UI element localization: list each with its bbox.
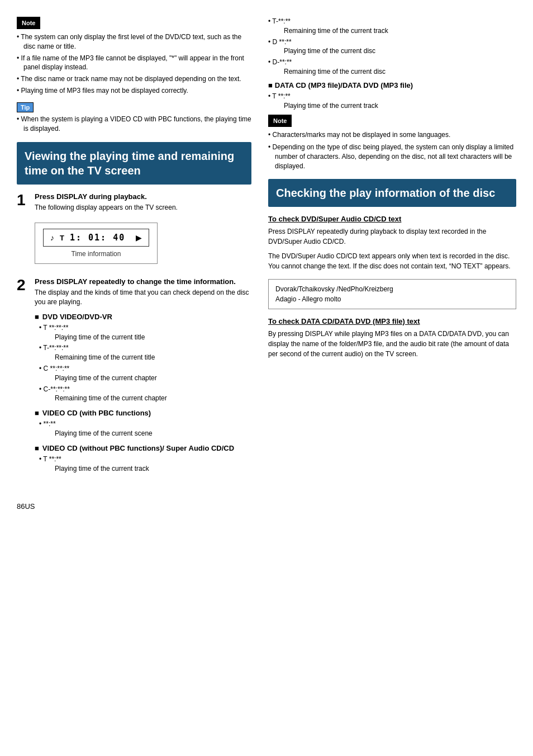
- main-section-title: Viewing the playing time and remaining t…: [25, 149, 244, 178]
- video-cd-nopbc-item-0: T **:** Playing time of the current trac…: [39, 455, 251, 474]
- dvd-item-0: T **:**:** Playing time of the current t…: [39, 323, 251, 342]
- left-column: Note The system can only display the fir…: [0, 11, 263, 745]
- step-2-number: 2: [17, 277, 29, 293]
- check-dvd-desc2: The DVD/Super Audio CD/CD text appears o…: [268, 251, 516, 271]
- dvd-text-line1: Dvorak/Tchaikovsky /NedPho/Kreizberg: [275, 284, 509, 294]
- step-2-desc: The display and the kinds of time that y…: [35, 288, 251, 307]
- note-list-1: The system can only display the first le…: [17, 32, 251, 96]
- checking-section-title-box: Checking the play information of the dis…: [268, 179, 516, 207]
- check-dvd-header: To check DVD/Super Audio CD/CD text: [268, 215, 516, 223]
- step-1-content: Press DISPLAY during playback. The follo…: [35, 192, 251, 270]
- dvd-text-display: Dvorak/Tchaikovsky /NedPho/Kreizberg Ada…: [268, 279, 516, 309]
- video-cd-pbc-list: **:** Playing time of the current scene: [39, 419, 251, 438]
- step-1-desc: The following display appears on the TV …: [35, 203, 251, 212]
- dvd-video-list: T **:**:** Playing time of the current t…: [39, 323, 251, 403]
- tip-item: When the system is playing a VIDEO CD wi…: [17, 115, 251, 134]
- dvd-item-2: C **:**:** Playing time of the current c…: [39, 364, 251, 383]
- dvd-item-1: T-**:**:** Remaining time of the current…: [39, 343, 251, 362]
- music-icon: ♪: [50, 233, 54, 242]
- dvd-video-subsection-title: DVD VIDEO/DVD-VR: [35, 313, 251, 321]
- step-2: 2 Press DISPLAY repeatedly to change the…: [17, 277, 251, 478]
- step-1: 1 Press DISPLAY during playback. The fol…: [17, 192, 251, 270]
- note-item: If a file name of the MP3 file cannot be…: [17, 54, 251, 73]
- note-item: The system can only display the first le…: [17, 32, 251, 51]
- note2-item-1: Depending on the type of disc being play…: [268, 143, 516, 171]
- main-section-title-box: Viewing the playing time and remaining t…: [17, 142, 251, 185]
- note-label-1: Note: [17, 17, 40, 29]
- note-item: Playing time of MP3 files may not be dis…: [17, 86, 251, 96]
- step-1-instruction: Press DISPLAY during playback.: [35, 192, 251, 201]
- page-number: 86US: [17, 485, 251, 511]
- tv-time-display: 1: 01: 40: [70, 233, 125, 243]
- tv-label: Time information: [43, 250, 149, 258]
- video-cd-pbc-subsection-title: VIDEO CD (with PBC functions): [35, 409, 251, 417]
- play-arrow-icon: ▶: [136, 233, 142, 242]
- tip-section: Tip When the system is playing a VIDEO C…: [17, 102, 251, 134]
- check-dvd-desc1: Press DISPLAY repeatedly during playback…: [268, 226, 516, 247]
- data-cd-title: DATA CD (MP3 file)/DATA DVD (MP3 file): [268, 81, 516, 89]
- track-indicator: T: [60, 234, 64, 242]
- tip-label: Tip: [17, 102, 34, 112]
- data-cd-item-0: T **:** Playing time of the current trac…: [268, 92, 516, 111]
- track-item-2: D-**:** Remaining time of the current di…: [268, 58, 516, 77]
- tip-list: When the system is playing a VIDEO CD wi…: [17, 115, 251, 134]
- video-cd-nopbc-list: T **:** Playing time of the current trac…: [39, 455, 251, 474]
- track-item-1: D **:** Playing time of the current disc: [268, 37, 516, 56]
- note-section-1: Note The system can only display the fir…: [17, 17, 251, 96]
- track-items-top: T-**:** Remaining time of the current tr…: [268, 17, 516, 77]
- note2-item-0: Characters/marks may not be displayed in…: [268, 130, 516, 140]
- step-2-instruction: Press DISPLAY repeatedly to change the t…: [35, 277, 251, 286]
- note-section-2: Note Characters/marks may not be display…: [268, 115, 516, 171]
- note-list-2: Characters/marks may not be displayed in…: [268, 130, 516, 171]
- check-data-header: To check DATA CD/DATA DVD (MP3 file) tex…: [268, 317, 516, 325]
- check-data-desc: By pressing DISPLAY while playing MP3 fi…: [268, 329, 516, 359]
- checking-section-title: Checking the play information of the dis…: [276, 186, 508, 200]
- step-2-content: Press DISPLAY repeatedly to change the t…: [35, 277, 251, 478]
- track-item-0: T-**:** Remaining time of the current tr…: [268, 17, 516, 36]
- tv-display-box: ♪ T 1: 01: 40 ▶ Time information: [35, 223, 158, 264]
- data-cd-list: T **:** Playing time of the current trac…: [268, 92, 516, 111]
- note-item: The disc name or track name may not be d…: [17, 74, 251, 84]
- video-cd-nopbc-subsection-title: VIDEO CD (without PBC functions)/ Super …: [35, 444, 251, 452]
- step-1-number: 1: [17, 192, 29, 208]
- video-cd-pbc-item-0: **:** Playing time of the current scene: [39, 419, 251, 438]
- note-label-2: Note: [268, 115, 292, 127]
- dvd-text-line2: Adagio - Allegro molto: [275, 294, 509, 304]
- dvd-item-3: C-**:**:** Remaining time of the current…: [39, 385, 251, 404]
- right-column: T-**:** Remaining time of the current tr…: [263, 11, 533, 745]
- tv-display-inner: ♪ T 1: 01: 40 ▶: [43, 229, 149, 247]
- data-cd-section: DATA CD (MP3 file)/DATA DVD (MP3 file) T…: [268, 81, 516, 111]
